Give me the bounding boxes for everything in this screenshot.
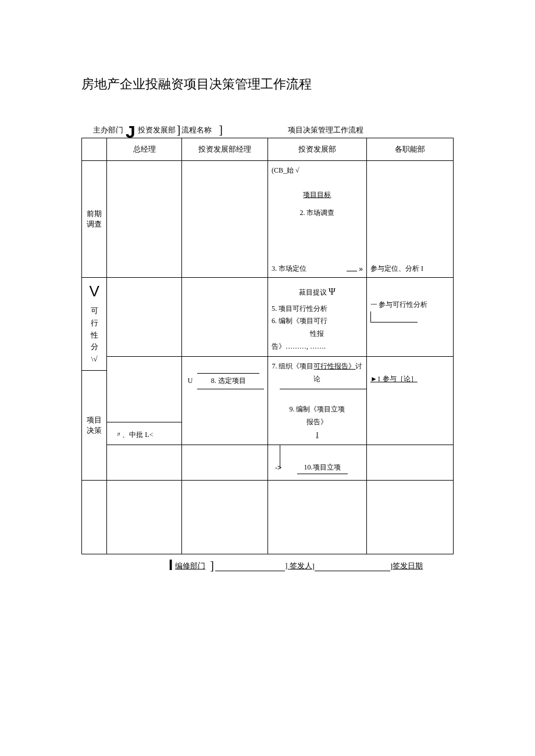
signer-label: ] 签发人 [285, 561, 312, 571]
market-positioning: 3. 市场定位 [272, 264, 306, 274]
document-title: 房地产企业投融资项目决策管理工作流程 [81, 76, 454, 93]
cell-gm-5 [107, 481, 181, 554]
cell-dept-1: (CB_始 √ 项目目标 2. 市场调查 3. 市场定位 » [268, 161, 367, 278]
cell-gm-3: 〃、中批 L< [107, 357, 181, 445]
flow-table: 总经理 投资发展部经理 投资发展部 各职能部 前期调查 (CB_始 √ 项目目标… [81, 138, 454, 554]
document-page: 房地产企业投融资项目决策管理工作流程 主办部门 J 投资发展部 ] 流程名称 ]… [0, 0, 535, 606]
cell-func-2: 一 参与可行性分析 [366, 278, 453, 357]
psi-icon: Ψ [329, 286, 336, 296]
cell-dept-4: -> 10.项目立项 [268, 445, 367, 481]
col-mgr: 投资发展部经理 [181, 138, 268, 161]
stage-empty [82, 481, 107, 554]
cell-gm-1 [107, 161, 181, 278]
sign-date-label: 签发日期 [393, 561, 423, 571]
stage-preliminary: 前期调查 [82, 161, 107, 278]
participate-discussion: 1 参与［论］ [377, 375, 418, 383]
bracket-icon: ] [219, 123, 223, 137]
cell-dept-5 [268, 481, 367, 554]
stage-decision: 项目决策 [82, 370, 107, 480]
start-marker: (CB_始 √ [272, 164, 363, 177]
cell-mgr-1 [181, 161, 268, 278]
cell-mgr-2 [181, 278, 268, 357]
compile-report-a: 6. 编制《项目可行 [272, 315, 363, 328]
table-row: 〃、中批 L< U 8. 选定项目 7. 组织《项目可行性报告》讨论 [82, 357, 454, 371]
letter-j-icon: J [126, 126, 135, 138]
bracket-icon: ] [210, 559, 214, 572]
cell-mgr-3: U 8. 选定项目 [181, 357, 268, 445]
cell-func-3: ►1 参与［论］ [366, 357, 453, 445]
edit-dept-label: 编修部门 [175, 561, 205, 571]
table-row: 前期调查 (CB_始 √ 项目目标 2. 市场调查 3. 市场定位 » [82, 161, 454, 278]
participate-feasibility: 参与可行性分析 [379, 299, 427, 311]
col-gm: 总经理 [107, 138, 181, 161]
cell-mgr-4 [181, 445, 268, 481]
select-project: 8. 选定项目 [211, 377, 246, 385]
letter-i-icon: I [169, 558, 173, 571]
dash-icon: 一 [370, 299, 377, 311]
cell-gm-2 [107, 278, 181, 357]
organize-discussion-b: 可行性报告》 [313, 362, 355, 370]
letter-i: I [298, 429, 336, 442]
bracket-icon: ] [312, 562, 315, 571]
compile-report-b: 性报 [272, 328, 363, 341]
flow-name-label: 流程名称 [181, 125, 212, 135]
feasibility-label: 可 行 性 分 \√ [84, 305, 104, 366]
project-goal: 项目目标 [303, 191, 331, 199]
organize-discussion-a: 7. 组织《项目 [272, 362, 313, 370]
table-row [82, 481, 454, 554]
project-suggestion: 菽目提议 [299, 288, 327, 296]
compile-report-c: 告》………, ……. [272, 341, 363, 353]
stage-feasibility: V 可 行 性 分 \√ [82, 278, 107, 371]
header-row: 主办部门 J 投资发展部 ] 流程名称 ] 项目决策管理工作流程 [93, 122, 454, 135]
host-dept-label: 主办部门 [93, 125, 123, 135]
table-row: V 可 行 性 分 \√ 菽目提议 Ψ 5. 项目可行性分析 [82, 278, 454, 357]
table-row: -> 10.项目立项 [82, 445, 454, 481]
col-dept: 投资发展部 [268, 138, 367, 161]
approval: 〃、中批 L< [115, 431, 153, 439]
table-header-row: 总经理 投资发展部经理 投资发展部 各职能部 [82, 138, 454, 161]
participate-positioning: 参与定位、分析 I [370, 264, 423, 273]
footer-row: I 编修部门 ] ] 签发人 ] ] 签发日期 [169, 558, 454, 571]
bracket-icon: ] [177, 123, 181, 137]
compile-proposal-b: 报告》 [272, 416, 363, 429]
feasibility-analysis: 5. 项目可行性分析 [272, 303, 363, 316]
cell-gm-4 [107, 445, 181, 481]
cell-dept-2: 菽目提议 Ψ 5. 项目可行性分析 6. 编制《项目可行 性报 告》………, …… [268, 278, 367, 357]
col-func: 各职能部 [366, 138, 453, 161]
col-stage [82, 138, 107, 161]
project-establish: 10.项目立项 [297, 461, 348, 475]
cell-mgr-5 [181, 481, 268, 554]
host-dept-value: 投资发展部 [138, 125, 176, 135]
cell-func-4 [366, 445, 453, 481]
cell-dept-3: 7. 组织《项目可行性报告》讨论 9. 编制《项目立项 报告》 I [268, 357, 367, 445]
flow-name-value: 项目决策管理工作流程 [288, 125, 363, 135]
market-survey: 2. 市场调查 [272, 207, 363, 220]
arrow-right-icon: ► [370, 375, 377, 383]
cell-func-5 [366, 481, 453, 554]
arrow-right-icon: -> [275, 462, 281, 475]
letter-u: U [188, 375, 193, 388]
compile-proposal-a: 9. 编制《项目立项 [272, 403, 363, 416]
cell-func-1: 参与定位、分析 I [366, 161, 453, 278]
arrow-right-icon: » [359, 265, 363, 273]
letter-v-icon: V [84, 282, 104, 300]
